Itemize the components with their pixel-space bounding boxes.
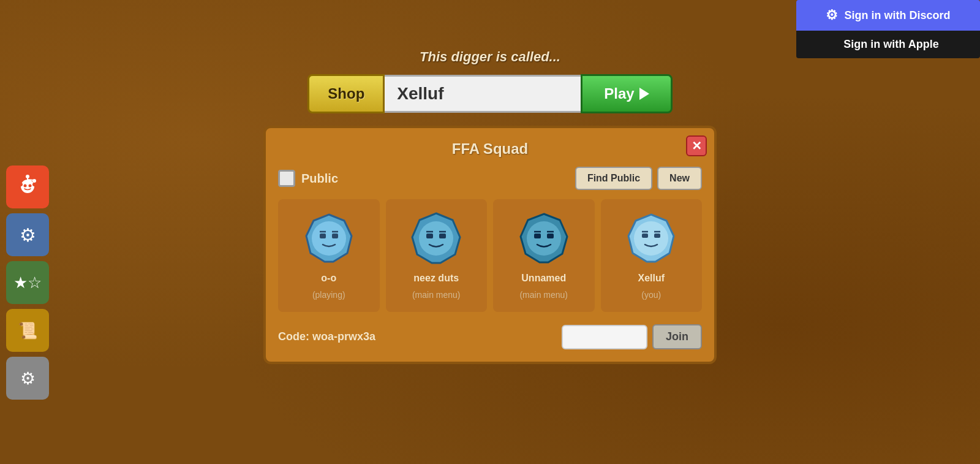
shop-button[interactable]: Shop: [307, 74, 385, 113]
find-public-button[interactable]: Find Public: [575, 167, 652, 190]
player-card-2: neez duts (main menu): [386, 199, 488, 312]
svg-rect-22: [547, 234, 554, 238]
modal-close-button[interactable]: ✕: [686, 135, 707, 156]
player-name-4: Xelluf: [638, 273, 665, 284]
svg-point-8: [312, 221, 346, 256]
svg-rect-28: [654, 234, 660, 238]
public-buttons: Find Public New: [575, 167, 702, 190]
settings-icon: ⚙: [20, 368, 36, 389]
public-checkbox[interactable]: [278, 170, 295, 187]
player-card-4: Xelluf (you): [601, 199, 703, 312]
star-icon: ★☆: [13, 273, 42, 292]
player-grid: o-o (playing) neez duts (main menu): [278, 199, 702, 312]
join-row: Join: [562, 324, 702, 349]
svg-rect-16: [439, 234, 446, 238]
discord-sidebar-icon: ⚙: [20, 224, 36, 246]
apple-signin-button[interactable]: Sign in with Apple: [796, 31, 980, 58]
public-left: Public: [278, 170, 338, 187]
play-label: Play: [604, 85, 634, 102]
sidebar-item-settings[interactable]: ⚙: [6, 357, 49, 400]
main-content: This digger is called... Shop Play FFA S…: [0, 0, 980, 464]
player-name-1: o-o: [321, 273, 336, 284]
sidebar-item-reddit[interactable]: [6, 165, 49, 208]
svg-point-6: [32, 183, 36, 186]
player-avatar-1: [301, 211, 356, 267]
digger-label: This digger is called...: [420, 49, 560, 65]
svg-point-2: [29, 184, 32, 187]
player-status-4: (you): [641, 290, 661, 300]
top-bar: Shop Play: [307, 74, 672, 113]
svg-point-4: [26, 175, 29, 178]
player-name-3: Unnamed: [521, 273, 566, 284]
discord-signin-label: Sign in with Discord: [844, 9, 950, 22]
join-button[interactable]: Join: [652, 324, 702, 349]
sidebar: ⚙ ★☆ 📜 ⚙: [0, 159, 55, 406]
reddit-icon: [17, 174, 39, 200]
join-code-input[interactable]: [562, 325, 647, 349]
player-status-3: (main menu): [519, 290, 568, 300]
public-label: Public: [301, 172, 338, 186]
player-avatar-4: [624, 211, 679, 267]
svg-point-0: [21, 180, 34, 193]
svg-point-26: [634, 221, 668, 256]
player-avatar-3: [516, 211, 571, 267]
play-button[interactable]: Play: [581, 74, 672, 113]
player-card-3: Unnamed (main menu): [493, 199, 595, 312]
svg-rect-27: [642, 234, 648, 238]
digger-name-input[interactable]: [385, 75, 581, 113]
discord-signin-button[interactable]: ⚙ Sign in with Discord: [796, 0, 980, 31]
apple-signin-label: Sign in with Apple: [843, 38, 938, 51]
player-status-1: (playing): [312, 290, 345, 300]
sidebar-item-star[interactable]: ★☆: [6, 261, 49, 304]
bottom-row: Code: woa-prwx3a Join: [278, 324, 702, 349]
player-avatar-2: [409, 211, 464, 267]
sidebar-item-discord[interactable]: ⚙: [6, 213, 49, 256]
svg-rect-15: [426, 234, 433, 238]
auth-buttons: ⚙ Sign in with Discord Sign in with Appl…: [796, 0, 980, 58]
svg-point-20: [527, 221, 561, 256]
player-card-1: o-o (playing): [278, 199, 380, 312]
svg-point-14: [419, 221, 453, 256]
svg-point-1: [24, 184, 27, 187]
svg-rect-9: [320, 234, 326, 238]
svg-rect-21: [534, 234, 541, 238]
modal-title: FFA Squad: [278, 140, 702, 158]
discord-icon: ⚙: [826, 7, 838, 23]
public-row: Public Find Public New: [278, 167, 702, 190]
play-triangle-icon: [639, 88, 649, 100]
new-button[interactable]: New: [657, 167, 702, 190]
svg-point-5: [19, 183, 23, 186]
player-status-2: (main menu): [412, 290, 461, 300]
squad-code: Code: woa-prwx3a: [278, 330, 375, 343]
ffa-squad-modal: FFA Squad ✕ Public Find Public New: [263, 126, 717, 364]
sidebar-item-scroll[interactable]: 📜: [6, 309, 49, 352]
player-name-2: neez duts: [413, 273, 459, 284]
svg-rect-10: [332, 234, 338, 238]
scroll-icon: 📜: [18, 321, 37, 340]
